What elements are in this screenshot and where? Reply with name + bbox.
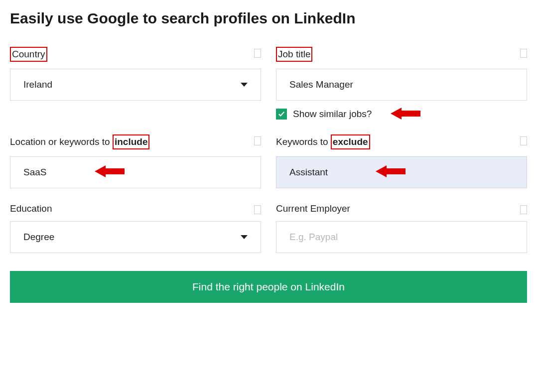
employer-label: Current Employer bbox=[276, 203, 350, 214]
help-icon[interactable] bbox=[520, 49, 527, 58]
chevron-down-icon bbox=[241, 83, 248, 87]
employer-field: Current Employer bbox=[276, 203, 527, 253]
education-select[interactable]: Degree bbox=[10, 221, 261, 253]
include-input[interactable] bbox=[10, 156, 261, 188]
exclude-input[interactable] bbox=[276, 156, 527, 188]
form-grid: Country Ireland Job title Show similar j… bbox=[10, 47, 527, 253]
exclude-label: Keywords to exclude bbox=[276, 134, 370, 149]
country-value: Ireland bbox=[23, 79, 52, 90]
employer-input[interactable] bbox=[276, 221, 527, 253]
chevron-down-icon bbox=[241, 235, 248, 239]
svg-marker-0 bbox=[391, 108, 420, 120]
include-field: Location or keywords to include bbox=[10, 134, 261, 188]
annotation-arrow-icon bbox=[391, 107, 420, 121]
education-label: Education bbox=[10, 203, 52, 214]
education-value: Degree bbox=[23, 232, 54, 243]
job-title-field: Job title Show similar jobs? bbox=[276, 47, 527, 120]
help-icon[interactable] bbox=[520, 205, 527, 214]
job-title-input[interactable] bbox=[276, 69, 527, 101]
job-title-label: Job title bbox=[276, 47, 312, 62]
country-label: Country bbox=[10, 47, 47, 62]
help-icon[interactable] bbox=[254, 205, 261, 214]
exclude-field: Keywords to exclude bbox=[276, 134, 527, 188]
help-icon[interactable] bbox=[254, 136, 261, 145]
similar-jobs-checkbox[interactable] bbox=[276, 109, 287, 120]
education-field: Education Degree bbox=[10, 203, 261, 253]
help-icon[interactable] bbox=[520, 136, 527, 145]
similar-jobs-label: Show similar jobs? bbox=[293, 109, 372, 120]
country-select[interactable]: Ireland bbox=[10, 69, 261, 101]
include-label: Location or keywords to include bbox=[10, 134, 149, 149]
page-title: Easily use Google to search profiles on … bbox=[10, 10, 527, 27]
help-icon[interactable] bbox=[254, 49, 261, 58]
country-field: Country Ireland bbox=[10, 47, 261, 120]
submit-button[interactable]: Find the right people on LinkedIn bbox=[10, 271, 527, 303]
